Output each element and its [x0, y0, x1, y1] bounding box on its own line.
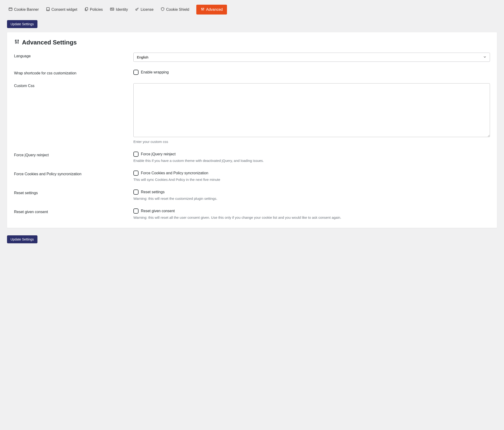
- checkbox-label: Reset given consent: [141, 209, 175, 213]
- field-label: Custom Css: [14, 83, 129, 88]
- help-text: Enter your custom css: [133, 140, 490, 144]
- svg-point-6: [111, 9, 112, 9]
- field-reset-consent: Reset given consent Reset given consent …: [14, 208, 490, 219]
- shield-icon: [161, 7, 165, 12]
- svg-point-21: [18, 40, 19, 41]
- checkbox-label: Enable wrapping: [141, 70, 169, 74]
- field-label: Force Cookies and Policy syncronization: [14, 170, 129, 176]
- force-jquery-checkbox[interactable]: [133, 152, 138, 157]
- svg-point-20: [16, 42, 17, 43]
- sliders-icon: [14, 39, 20, 46]
- language-select[interactable]: English: [133, 53, 490, 62]
- reset-consent-checkbox[interactable]: [133, 208, 138, 214]
- checkbox-label: Force Cookies and Policy syncronization: [141, 171, 208, 175]
- custom-css-textarea[interactable]: [133, 83, 490, 137]
- tab-label: Advanced: [206, 8, 223, 12]
- sliders-icon: [200, 7, 205, 12]
- help-text: Enable this if you have a custom theme w…: [133, 159, 490, 163]
- tab-license[interactable]: License: [135, 7, 153, 12]
- advanced-settings-panel: Advanced Settings Language English Wrap …: [7, 32, 497, 228]
- svg-rect-0: [9, 8, 12, 10]
- field-wrap-shortcode: Wrap shortcode for css customization Ena…: [14, 70, 490, 75]
- field-label: Reset settings: [14, 189, 129, 195]
- tab-advanced[interactable]: Advanced: [196, 5, 227, 15]
- help-text: This will sync Cookies And Policy in the…: [133, 178, 490, 181]
- tab-label: Policies: [90, 8, 103, 12]
- field-label: Force jQuery reinject: [14, 152, 129, 157]
- svg-rect-5: [110, 8, 114, 10]
- reset-settings-checkbox[interactable]: [133, 189, 138, 195]
- id-card-icon: [110, 7, 114, 12]
- tab-cookie-banner[interactable]: Cookie Banner: [9, 7, 39, 12]
- svg-rect-2: [46, 8, 49, 11]
- field-label: Language: [14, 53, 129, 58]
- svg-point-19: [15, 40, 16, 41]
- panel-title-text: Advanced Settings: [22, 39, 77, 46]
- enable-wrapping-checkbox[interactable]: [133, 70, 138, 75]
- tablet-icon: [46, 7, 50, 12]
- tab-label: Cookie Shield: [166, 8, 189, 12]
- svg-rect-4: [86, 8, 88, 10]
- checkbox-label: Reset settings: [141, 190, 164, 194]
- tab-label: License: [141, 8, 153, 12]
- tab-cookie-shield[interactable]: Cookie Shield: [161, 7, 189, 12]
- tab-consent-widget[interactable]: Consent widget: [46, 7, 77, 12]
- help-text: Warning: this will reset the customized …: [133, 197, 490, 200]
- help-text: Warning: this will reset all the user co…: [133, 215, 490, 219]
- tab-label: Consent widget: [52, 8, 77, 12]
- svg-point-14: [202, 9, 203, 10]
- tab-label: Identity: [116, 8, 128, 12]
- update-settings-button-top[interactable]: Update Settings: [7, 20, 37, 28]
- svg-point-9: [136, 9, 137, 10]
- checkbox-label: Force jQuery reinject: [141, 152, 176, 156]
- field-custom-css: Custom Css Enter your custom css: [14, 83, 490, 144]
- panel-title: Advanced Settings: [14, 39, 490, 46]
- field-language: Language English: [14, 53, 490, 62]
- tab-policies[interactable]: Policies: [84, 7, 103, 12]
- field-force-jquery: Force jQuery reinject Force jQuery reinj…: [14, 152, 490, 163]
- force-sync-checkbox[interactable]: [133, 170, 138, 176]
- tab-identity[interactable]: Identity: [110, 7, 128, 12]
- field-label: Reset given consent: [14, 208, 129, 214]
- window-icon: [9, 7, 13, 12]
- fields-container: Language English Wrap shortcode for css …: [14, 53, 490, 219]
- field-label: Wrap shortcode for css customization: [14, 70, 129, 75]
- svg-point-15: [203, 8, 204, 9]
- field-reset-settings: Reset settings Reset settings Warning: t…: [14, 189, 490, 200]
- key-icon: [135, 7, 139, 12]
- svg-point-13: [201, 8, 202, 9]
- settings-tabs: Cookie Banner Consent widget Policies Id…: [7, 2, 497, 18]
- copy-icon: [84, 7, 89, 12]
- tab-label: Cookie Banner: [14, 8, 39, 12]
- update-settings-button-bottom[interactable]: Update Settings: [7, 235, 37, 243]
- field-force-sync: Force Cookies and Policy syncronization …: [14, 170, 490, 181]
